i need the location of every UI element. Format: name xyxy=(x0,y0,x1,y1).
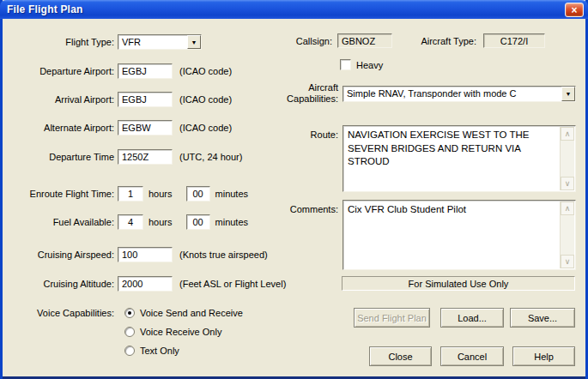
send-flight-plan-button[interactable]: Send Flight Plan xyxy=(354,308,430,328)
flight-type-value: VFR xyxy=(118,35,187,49)
chevron-down-icon[interactable]: ▼ xyxy=(187,35,201,49)
enroute-time-label: Enroute Flight Time: xyxy=(9,189,114,199)
enroute-minutes-value: 00 xyxy=(192,189,203,199)
arrival-airport-note: (ICAO code) xyxy=(179,94,232,105)
close-icon: × xyxy=(571,5,577,15)
route-label: Route: xyxy=(283,129,338,141)
comments-text[interactable]: Cix VFR Club Student Pilot xyxy=(344,202,559,268)
departure-time-input[interactable]: 1250Z xyxy=(118,149,173,165)
comments-scrollbar[interactable]: ∧ ∨ xyxy=(560,202,574,268)
cruising-airspeed-label: Cruising Airspeed: xyxy=(9,250,114,260)
aircraft-type-label: Aircraft Type: xyxy=(409,36,476,46)
heavy-label: Heavy xyxy=(356,60,383,70)
departure-time-note: (UTC, 24 hour) xyxy=(179,152,242,162)
cruising-airspeed-input[interactable]: 100 xyxy=(118,247,173,262)
heavy-row[interactable]: Heavy xyxy=(340,59,383,70)
chevron-down-icon[interactable]: ▼ xyxy=(561,87,575,101)
cruising-altitude-note: (Feet ASL or Flight Level) xyxy=(179,279,286,289)
enroute-minutes-unit: minutes xyxy=(215,189,249,199)
enroute-hours-value: 1 xyxy=(128,189,133,199)
fuel-hours-value: 4 xyxy=(128,217,133,227)
aircraft-type-row: Aircraft Type: C172/I xyxy=(409,33,545,48)
callsign-label: Callsign: xyxy=(283,36,332,46)
radio-voice-receive-only[interactable]: Voice Receive Only xyxy=(124,323,243,340)
arrival-airport-value: EGBJ xyxy=(122,94,147,105)
cruising-airspeed-row: Cruising Airspeed: 100 (Knots true airsp… xyxy=(9,247,268,262)
radio-label: Voice Receive Only xyxy=(140,327,221,337)
aircraft-capabilities-label-line2: Capabilities: xyxy=(287,93,338,104)
aircraft-capabilities-label: Aircraft Capabilities: xyxy=(283,82,338,105)
departure-airport-label: Departure Airport: xyxy=(9,66,114,76)
route-scrollbar[interactable]: ∧ ∨ xyxy=(560,127,574,190)
file-flight-plan-dialog: File Flight Plan × Flight Type: VFR ▼ De… xyxy=(0,0,588,379)
fuel-available-row: Fuel Available: 4 hours 00 minutes xyxy=(9,214,248,230)
scroll-up-icon[interactable]: ∧ xyxy=(561,127,574,141)
flight-type-row: Flight Type: VFR ▼ xyxy=(9,34,202,50)
callsign-field: GBNOZ xyxy=(337,33,392,48)
alternate-airport-input[interactable]: EGBW xyxy=(118,120,173,135)
flight-type-select[interactable]: VFR ▼ xyxy=(118,34,202,50)
departure-time-value: 1250Z xyxy=(122,152,149,162)
fuel-hours-input[interactable]: 4 xyxy=(118,214,143,230)
enroute-hours-input[interactable]: 1 xyxy=(118,186,143,202)
cruising-altitude-value: 2000 xyxy=(122,279,142,289)
fuel-minutes-input[interactable]: 00 xyxy=(186,214,210,230)
scroll-down-icon[interactable]: ∨ xyxy=(561,255,574,268)
radio-button-icon[interactable] xyxy=(124,346,135,356)
route-text[interactable]: NAVIGATION EXERCISE WEST TO THE SEVERN B… xyxy=(344,127,559,190)
cruising-altitude-input[interactable]: 2000 xyxy=(118,276,173,292)
voice-capabilities-row: Voice Capabilities: Voice Send and Recei… xyxy=(9,304,243,361)
departure-airport-input[interactable]: EGBJ xyxy=(118,63,173,79)
radio-voice-send-receive[interactable]: Voice Send and Receive xyxy=(124,304,243,322)
aircraft-capabilities-select[interactable]: Simple RNAV, Transponder with mode C ▼ xyxy=(342,86,576,102)
route-row: Route: NAVIGATION EXERCISE WEST TO THE S… xyxy=(283,125,576,192)
help-button[interactable]: Help xyxy=(512,346,575,366)
voice-capabilities-group: Voice Send and Receive Voice Receive Onl… xyxy=(124,304,243,361)
save-button[interactable]: Save... xyxy=(510,308,575,328)
cancel-button[interactable]: Cancel xyxy=(440,346,504,366)
comments-label: Comments: xyxy=(283,204,338,215)
enroute-minutes-input[interactable]: 00 xyxy=(186,186,210,202)
arrival-airport-input[interactable]: EGBJ xyxy=(118,92,173,107)
cruising-airspeed-value: 100 xyxy=(122,250,137,260)
callsign-row: Callsign: GBNOZ xyxy=(283,33,392,48)
route-textarea[interactable]: NAVIGATION EXERCISE WEST TO THE SEVERN B… xyxy=(342,125,576,192)
aircraft-capabilities-label-line1: Aircraft xyxy=(308,82,338,93)
aircraft-type-value: C172/I xyxy=(500,36,528,46)
aircraft-capabilities-value: Simple RNAV, Transponder with mode C xyxy=(343,87,561,101)
radio-label: Voice Send and Receive xyxy=(140,308,243,318)
radio-button-icon[interactable] xyxy=(124,308,135,318)
departure-time-row: Departure Time 1250Z (UTC, 24 hour) xyxy=(9,149,242,165)
aircraft-type-field: C172/I xyxy=(483,33,545,48)
fuel-available-label: Fuel Available: xyxy=(9,217,114,227)
radio-text-only[interactable]: Text Only xyxy=(124,342,243,359)
cruising-altitude-label: Cruising Altitude: xyxy=(9,279,114,289)
fuel-minutes-unit: minutes xyxy=(215,217,249,227)
combo-arrow-icon: ▼ xyxy=(566,91,572,97)
departure-airport-value: EGBJ xyxy=(122,66,147,76)
comments-textarea[interactable]: Cix VFR Club Student Pilot ∧ ∨ xyxy=(342,200,576,270)
cruising-altitude-row: Cruising Altitude: 2000 (Feet ASL or Fli… xyxy=(9,276,286,292)
scroll-up-icon[interactable]: ∧ xyxy=(561,202,574,215)
scroll-down-icon[interactable]: ∨ xyxy=(561,177,574,190)
simulated-use-banner: For Simulated Use Only xyxy=(342,276,575,291)
window-title: File Flight Plan xyxy=(0,3,83,15)
flight-type-label: Flight Type: xyxy=(9,37,114,47)
load-button[interactable]: Load... xyxy=(440,308,504,328)
heavy-checkbox[interactable] xyxy=(340,59,351,70)
arrival-airport-label: Arrival Airport: xyxy=(9,94,114,105)
callsign-value: GBNOZ xyxy=(342,36,375,46)
alternate-airport-label: Alternate Airport: xyxy=(9,123,114,133)
radio-button-icon[interactable] xyxy=(124,327,135,337)
voice-capabilities-label: Voice Capabilities: xyxy=(9,308,114,318)
titlebar[interactable]: File Flight Plan × xyxy=(0,0,588,19)
combo-arrow-icon: ▼ xyxy=(191,39,197,45)
radio-label: Text Only xyxy=(140,346,179,356)
close-button[interactable]: × xyxy=(565,3,584,17)
fuel-hours-unit: hours xyxy=(149,217,173,227)
departure-airport-row: Departure Airport: EGBJ (ICAO code) xyxy=(9,63,232,79)
arrival-airport-row: Arrival Airport: EGBJ (ICAO code) xyxy=(9,92,232,107)
departure-time-label: Departure Time xyxy=(9,152,114,162)
close-dialog-button[interactable]: Close xyxy=(369,346,432,366)
aircraft-capabilities-row: Aircraft Capabilities: Simple RNAV, Tran… xyxy=(283,81,576,106)
